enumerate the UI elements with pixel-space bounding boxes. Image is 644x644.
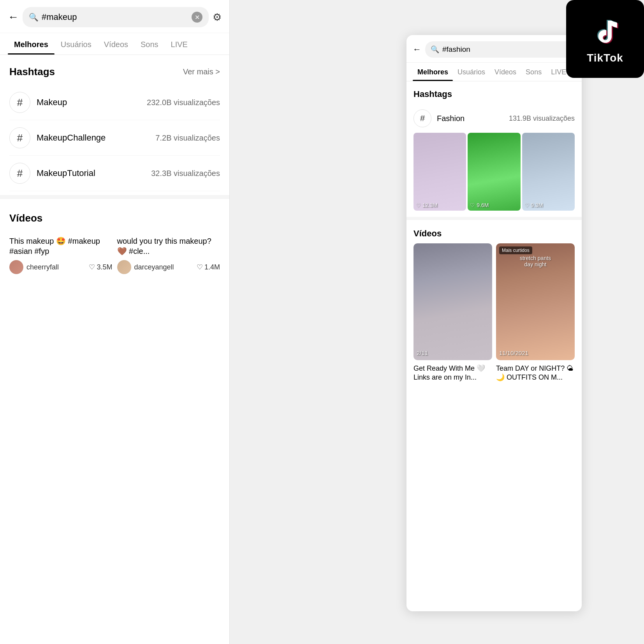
tab-usuarios-right[interactable]: Usuários bbox=[453, 63, 490, 81]
hashtag-item-makeuptutorial[interactable]: # MakeupTutorial 32.3B visualizações bbox=[9, 156, 220, 191]
right-hashtags-header: Hashtags bbox=[406, 81, 582, 104]
right-back-button[interactable]: ← bbox=[413, 44, 421, 55]
tab-videos-left[interactable]: Vídeos bbox=[98, 33, 134, 55]
hashtag-item-makeup[interactable]: # Makeup 232.0B visualizações bbox=[9, 85, 220, 120]
likes-2: ♡ 1.4M bbox=[197, 263, 220, 271]
username-cheerryfall: cheerryfall bbox=[26, 263, 86, 271]
right-videos-section: Vídeos 2/11 Get Ready With Me 🤍 Links ar… bbox=[406, 222, 582, 384]
right-search-bar: ← 🔍 #fashion bbox=[406, 35, 582, 63]
right-hashtags-title: Hashtags bbox=[413, 89, 452, 99]
left-video-info-1: This makeup 🤩 #makeup #asian #fyp cheerr… bbox=[9, 231, 113, 276]
right-video-info-2: Team DAY or NIGHT? 🌤🌙 OUTFITS ON M... bbox=[496, 360, 575, 384]
left-video-item-1[interactable]: ⛓ 1/16 This makeup 🤩 #makeup #asian #fyp… bbox=[9, 231, 113, 276]
right-videos-title: Vídeos bbox=[413, 222, 575, 243]
right-tabs: Melhores Usuários Vídeos Sons LIVE bbox=[406, 63, 582, 81]
left-video-item-2[interactable]: trying the 'clean' makeup look🤍 12/18/20… bbox=[117, 231, 220, 276]
right-video-thumb-1[interactable]: 2/11 bbox=[413, 243, 492, 360]
right-search-wrapper[interactable]: 🔍 #fashion bbox=[425, 41, 575, 58]
left-divider bbox=[0, 195, 229, 199]
right-video-info-1: Get Ready With Me 🤍 Links are on my In..… bbox=[413, 360, 492, 384]
hashtag-name-makeup: Makeup bbox=[37, 97, 141, 107]
ver-mais-button[interactable]: Ver mais > bbox=[183, 67, 220, 76]
right-video-grid: 2/11 Get Ready With Me 🤍 Links are on my… bbox=[413, 243, 575, 384]
tab-videos-right[interactable]: Vídeos bbox=[490, 63, 521, 81]
hashtag-item-makeupchallenge[interactable]: # MakeupChallenge 7.2B visualizações bbox=[9, 120, 220, 156]
hash-icon-makeupchallenge: # bbox=[9, 127, 30, 148]
right-video-thumb-2[interactable]: Mais curtidos stretch pants day night 11… bbox=[496, 243, 575, 360]
tab-melhores-right[interactable]: Melhores bbox=[413, 63, 453, 81]
tab-live-left[interactable]: LIVE bbox=[165, 33, 194, 55]
username-darceyangell: darceyangell bbox=[134, 263, 194, 271]
tab-sons-right[interactable]: Sons bbox=[521, 63, 546, 81]
avatar-darceyangell bbox=[117, 260, 131, 274]
left-panel: ← 🔍 #makeup ✕ ⚙ Melhores Usuários Vídeos… bbox=[0, 0, 230, 644]
fashion-thumb-likes-1: ♡ 12.3M bbox=[416, 202, 438, 208]
right-video-overlay-2: 11/10/2021 bbox=[499, 350, 528, 356]
right-divider bbox=[406, 217, 582, 220]
hashtag-views-makeup: 232.0B visualizações bbox=[147, 98, 220, 107]
filter-button[interactable]: ⚙ bbox=[213, 11, 222, 23]
left-video-grid: ⛓ 1/16 This makeup 🤩 #makeup #asian #fyp… bbox=[9, 231, 220, 276]
hashtag-views-makeupchallenge: 7.2B visualizações bbox=[155, 134, 220, 143]
right-search-icon: 🔍 bbox=[431, 45, 439, 54]
fashion-thumb-2[interactable]: ♡ 9.6M bbox=[468, 133, 520, 211]
right-panel: ← 🔍 #fashion Melhores Usuários Vídeos So… bbox=[406, 35, 582, 611]
left-hashtags-header: Hashtags Ver mais > bbox=[0, 55, 229, 85]
right-video-item-2[interactable]: Mais curtidos stretch pants day night 11… bbox=[496, 243, 575, 384]
avatar-cheerryfall bbox=[9, 260, 23, 274]
right-video-caption-2: Team DAY or NIGHT? 🌤🌙 OUTFITS ON M... bbox=[496, 364, 575, 382]
heart-icon-2: ♡ bbox=[197, 263, 203, 271]
left-videos-title: Vídeos bbox=[9, 203, 220, 231]
hashtag-name-makeupchallenge: MakeupChallenge bbox=[37, 133, 149, 143]
tiktok-icon bbox=[588, 14, 623, 49]
left-search-wrapper[interactable]: 🔍 #makeup ✕ bbox=[23, 7, 209, 27]
search-icon: 🔍 bbox=[29, 12, 39, 22]
tiktok-logo: TikTok bbox=[566, 0, 644, 78]
fashion-thumb-likes-2: ♡ 9.6M bbox=[470, 202, 489, 208]
right-hash-icon-fashion: # bbox=[413, 109, 431, 127]
left-video-info-2: would you try this makeup? 🤎 #cle... dar… bbox=[117, 231, 220, 276]
right-hashtag-views-fashion: 131.9B visualizações bbox=[509, 114, 575, 123]
tiktok-brand-label: TikTok bbox=[587, 52, 623, 64]
hash-icon-makeup: # bbox=[9, 92, 30, 113]
hashtag-name-makeuptutorial: MakeupTutorial bbox=[37, 168, 145, 178]
right-video-caption-1: Get Ready With Me 🤍 Links are on my In..… bbox=[413, 364, 492, 382]
right-video-bg-1 bbox=[413, 243, 492, 360]
left-hashtag-list: # Makeup 232.0B visualizações # MakeupCh… bbox=[0, 85, 229, 191]
left-videos-section: Vídeos ⛓ 1/16 This makeup 🤩 #makeup #asi… bbox=[0, 203, 229, 276]
likes-count-2: 1.4M bbox=[204, 263, 220, 271]
likes-count-1: 3.5M bbox=[97, 263, 112, 271]
hash-icon-makeuptutorial: # bbox=[9, 163, 30, 184]
left-back-button[interactable]: ← bbox=[8, 11, 19, 23]
right-video-daynight: stretch pants day night bbox=[496, 255, 575, 267]
fashion-thumb-1[interactable]: ♡ 12.3M bbox=[413, 133, 466, 211]
right-video-badge-2: Mais curtidos bbox=[499, 246, 532, 254]
tab-sons-left[interactable]: Sons bbox=[134, 33, 165, 55]
left-video-caption-2: would you try this makeup? 🤎 #cle... bbox=[117, 236, 220, 256]
fashion-thumb-3[interactable]: ♡ 9.3M bbox=[522, 133, 575, 211]
tab-usuarios-left[interactable]: Usuários bbox=[55, 33, 98, 55]
left-video-caption-1: This makeup 🤩 #makeup #asian #fyp bbox=[9, 236, 113, 256]
right-search-input[interactable]: #fashion bbox=[442, 45, 470, 54]
right-video-item-1[interactable]: 2/11 Get Ready With Me 🤍 Links are on my… bbox=[413, 243, 492, 384]
tab-melhores-left[interactable]: Melhores bbox=[8, 33, 55, 55]
left-tabs: Melhores Usuários Vídeos Sons LIVE bbox=[0, 33, 229, 55]
hashtag-views-makeuptutorial: 32.3B visualizações bbox=[151, 169, 220, 178]
left-search-input[interactable]: #makeup bbox=[42, 12, 188, 22]
heart-icon-1: ♡ bbox=[89, 263, 95, 271]
fashion-thumb-likes-3: ♡ 9.3M bbox=[524, 202, 543, 208]
left-video-meta-1: cheerryfall ♡ 3.5M bbox=[9, 260, 113, 274]
right-video-overlay-1: 2/11 bbox=[417, 350, 428, 356]
clear-search-button[interactable]: ✕ bbox=[192, 12, 202, 23]
left-search-bar: ← 🔍 #makeup ✕ ⚙ bbox=[0, 0, 229, 33]
left-video-meta-2: darceyangell ♡ 1.4M bbox=[117, 260, 220, 274]
right-hashtag-item-fashion[interactable]: # Fashion 131.9B visualizações bbox=[406, 104, 582, 133]
left-hashtags-title: Hashtags bbox=[9, 66, 55, 78]
right-hashtag-name-fashion: Fashion bbox=[437, 114, 503, 123]
fashion-thumbnails: ♡ 12.3M ♡ 9.6M ♡ 9.3M bbox=[406, 133, 582, 215]
likes-1: ♡ 3.5M bbox=[89, 263, 112, 271]
screen-container: ← 🔍 #makeup ✕ ⚙ Melhores Usuários Vídeos… bbox=[0, 0, 644, 644]
